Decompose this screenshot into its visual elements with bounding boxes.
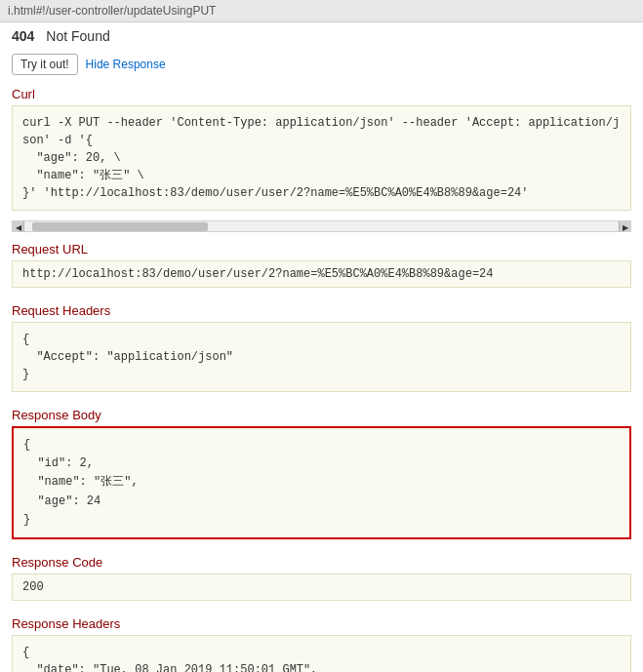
status-row: 404 Not Found	[0, 22, 643, 50]
scroll-thumb[interactable]	[32, 222, 208, 231]
curl-label: Curl	[12, 87, 631, 101]
request-url-label: Request URL	[12, 242, 631, 257]
action-row: Try it out! Hide Response	[0, 50, 643, 79]
hide-response-link[interactable]: Hide Response	[86, 58, 166, 71]
page-title: i.html#!/user-controller/updateUsingPUT	[8, 4, 216, 18]
request-url-section: Request URL http://localhost:83/demo/use…	[0, 234, 643, 296]
response-body-label: Response Body	[12, 408, 631, 422]
request-headers-section: Request Headers { "Accept": "application…	[0, 296, 643, 400]
status-text: Not Found	[46, 28, 109, 44]
response-headers-label: Response Headers	[12, 616, 631, 631]
response-body-section: Response Body { "id": 2, "name": "张三", "…	[0, 400, 643, 547]
response-code-value: 200	[12, 573, 631, 601]
try-it-button[interactable]: Try it out!	[12, 54, 78, 75]
request-headers-code: { "Accept": "application/json" }	[12, 322, 631, 392]
curl-section: Curl curl -X PUT --header 'Content-Type:…	[0, 79, 643, 218]
scroll-left-icon[interactable]: ◀	[13, 221, 24, 232]
curl-code: curl -X PUT --header 'Content-Type: appl…	[12, 105, 631, 211]
response-body-code: { "id": 2, "name": "张三", "age": 24 }	[12, 426, 631, 539]
response-code-section: Response Code 200	[0, 547, 643, 609]
scroll-right-icon[interactable]: ▶	[619, 221, 630, 232]
horizontal-scrollbar[interactable]: ◀ ▶	[12, 220, 631, 232]
top-bar: i.html#!/user-controller/updateUsingPUT	[0, 0, 643, 22]
request-headers-label: Request Headers	[12, 303, 631, 318]
request-url-value: http://localhost:83/demo/user/user/2?nam…	[12, 260, 631, 288]
response-code-label: Response Code	[12, 555, 631, 570]
status-code: 404	[12, 28, 34, 44]
response-headers-code: { "date": "Tue, 08 Jan 2019 11:50:01 GMT…	[12, 635, 631, 672]
response-headers-section: Response Headers { "date": "Tue, 08 Jan …	[0, 609, 643, 672]
